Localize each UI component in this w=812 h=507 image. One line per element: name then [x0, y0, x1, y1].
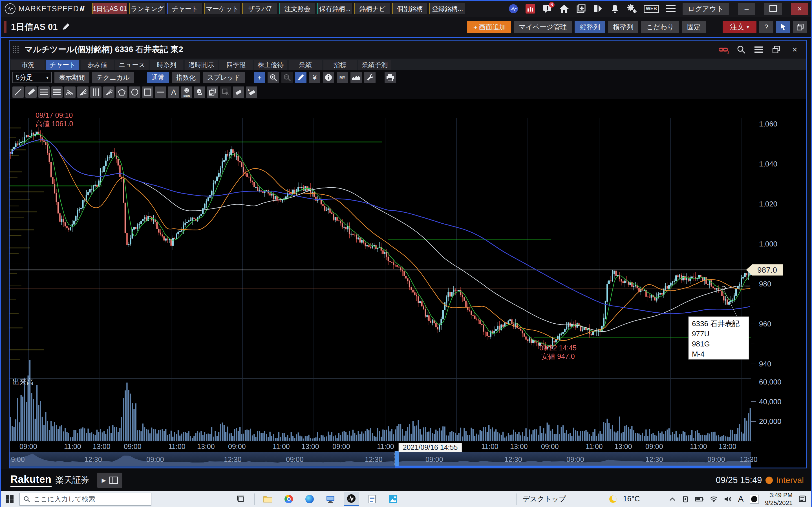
edit-pencil-icon[interactable] [61, 23, 70, 31]
edge-icon[interactable] [302, 492, 317, 506]
rectangle-tool[interactable] [142, 87, 153, 98]
circle-tool[interactable] [129, 87, 140, 98]
normal-mode-button[interactable]: 通常 [147, 72, 169, 83]
remote-desktop-icon[interactable] [323, 492, 338, 506]
zoom-out-button[interactable] [282, 72, 293, 83]
desktop-toolbar-label[interactable]: デスクトップ [523, 494, 566, 504]
menu-icon[interactable] [666, 4, 676, 14]
order-button[interactable]: 注文 ▾ [723, 21, 756, 33]
battery-icon[interactable] [695, 496, 704, 502]
tab-shihyo[interactable]: 指標 [323, 60, 357, 70]
kodawari-button[interactable]: こだわり [641, 21, 679, 33]
gann-fan-tool[interactable] [103, 87, 114, 98]
technical-button[interactable]: テクニカル [92, 72, 134, 83]
indexed-mode-button[interactable]: 指数化 [172, 72, 200, 83]
icon-stamp-tool[interactable]: ICON [181, 87, 192, 98]
erase-all-tool[interactable]: A [246, 87, 257, 98]
add-screen-button[interactable]: ＋画面追加 [467, 21, 511, 33]
notepad-icon[interactable] [364, 492, 380, 506]
display-period-button[interactable]: 表示期間 [54, 72, 89, 83]
ime-icon[interactable] [750, 495, 759, 504]
chrome-icon[interactable] [281, 492, 296, 506]
drag-object-tool[interactable] [220, 87, 231, 98]
minimize-button[interactable]: – [738, 3, 755, 15]
horizontal-line-tool[interactable] [155, 87, 166, 98]
tab-zaraba7[interactable]: ザラバ7 [242, 3, 277, 14]
parallel-lines-3-tool[interactable] [38, 87, 50, 98]
cascade-windows-button[interactable] [793, 21, 807, 33]
print-button[interactable] [385, 72, 396, 83]
tab-market[interactable]: マーケット [204, 3, 240, 14]
crosshair-button[interactable]: ＋ [254, 72, 265, 83]
tab-ayumine[interactable]: 歩み値 [81, 60, 114, 70]
pointer-tool-button[interactable] [776, 21, 790, 33]
vertical-lines-tool[interactable] [90, 87, 101, 98]
multitool-titlebar[interactable]: マルチツール(個別銘柄) 6336 石井表記 東2 [10, 41, 806, 59]
ruler-tool[interactable] [26, 87, 37, 98]
info-button[interactable] [323, 72, 334, 83]
pentagon-tool[interactable] [116, 87, 128, 98]
tab-ranking[interactable]: ランキング [129, 3, 165, 14]
tab-yutai[interactable]: 株主優待 [254, 60, 287, 70]
my-chart-button[interactable]: MY [337, 72, 348, 83]
parallel-lines-4-tool[interactable] [51, 87, 63, 98]
help-button[interactable]: ? [759, 21, 773, 33]
spread-mode-button[interactable]: スプレッド [203, 72, 245, 83]
text-tool[interactable]: A [168, 87, 179, 98]
maximize-button[interactable] [764, 3, 782, 15]
file-explorer-icon[interactable] [260, 492, 275, 506]
horizontal-align-button[interactable]: 横整列 [608, 21, 638, 33]
alert-bubble-icon[interactable]: N [542, 4, 552, 14]
draw-pencil-button[interactable] [295, 72, 306, 83]
chart-area[interactable]: 1,0601,0401,0201,000980960940出来高60,00040… [10, 99, 806, 467]
tab-registered-stocks[interactable]: 登録銘柄... [429, 3, 465, 14]
mypage-manage-button[interactable]: マイページ管理 [514, 21, 572, 33]
window-menu-icon[interactable] [752, 43, 765, 56]
trendline-tool[interactable] [12, 87, 24, 98]
tab-disclosure[interactable]: 適時開示 [185, 60, 218, 70]
fan-lines-tool[interactable] [77, 87, 89, 98]
tab-order-inquiry[interactable]: 注文照会 [279, 3, 315, 14]
restore-window-icon[interactable] [770, 43, 783, 56]
price-chart[interactable]: 1,0601,0401,0201,000980960940出来高60,00040… [10, 99, 806, 467]
close-button[interactable]: × [791, 3, 808, 15]
tab-forecast[interactable]: 業績予測 [358, 60, 391, 70]
tab-chart-view[interactable]: チャート [46, 60, 79, 70]
tab-shikyo[interactable]: 市況 [11, 60, 45, 70]
tab-1day-as01[interactable]: 1日信AS 01 [92, 3, 127, 14]
area-chart-button[interactable] [350, 72, 362, 83]
zoom-in-button[interactable] [267, 72, 279, 83]
chart-app-icon[interactable] [525, 4, 536, 14]
tray-chevron-icon[interactable] [669, 497, 675, 501]
tab-symbol-navi[interactable]: 銘柄ナビ [354, 3, 390, 14]
logout-button[interactable]: ログアウト [682, 3, 729, 15]
web-icon[interactable]: WEB [644, 5, 659, 13]
drag-grip-icon[interactable] [13, 46, 19, 53]
bell-icon[interactable] [610, 4, 620, 14]
tab-holdings[interactable]: 保有銘柄... [317, 3, 352, 14]
time-rewind-tool[interactable] [194, 87, 205, 98]
tab-shikiho[interactable]: 四季報 [219, 60, 253, 70]
tab-chart[interactable]: チャート [167, 3, 202, 14]
fib-arcs-tool[interactable] [64, 87, 75, 98]
settings-gears-icon[interactable] [627, 4, 637, 14]
add-window-icon[interactable] [576, 4, 586, 14]
speaker-icon[interactable] [724, 496, 732, 503]
tab-timeseries[interactable]: 時系列 [150, 60, 183, 70]
action-center-icon[interactable] [799, 495, 807, 503]
side-panel-toggle-button[interactable]: ▶ [97, 473, 122, 488]
device-icon[interactable] [682, 496, 689, 503]
pin-button[interactable]: 固定 [682, 21, 706, 33]
temperature-label[interactable]: 16°C [623, 495, 640, 503]
task-view-button[interactable] [233, 492, 248, 506]
taskbar-clock[interactable]: 3:49 PM 9/25/2021 [765, 491, 793, 507]
search-icon[interactable] [735, 43, 748, 56]
home-icon[interactable] [559, 4, 569, 14]
timeframe-select[interactable]: 5分足▾ [12, 72, 52, 83]
ime-mode-label[interactable]: A [738, 494, 744, 504]
close-window-icon[interactable]: × [788, 43, 801, 56]
yen-tool-button[interactable]: ¥ [309, 72, 320, 83]
marketspeed-taskbar-icon[interactable] [344, 492, 359, 506]
link-icon[interactable]: 1 [717, 43, 730, 56]
start-button[interactable] [2, 492, 17, 506]
